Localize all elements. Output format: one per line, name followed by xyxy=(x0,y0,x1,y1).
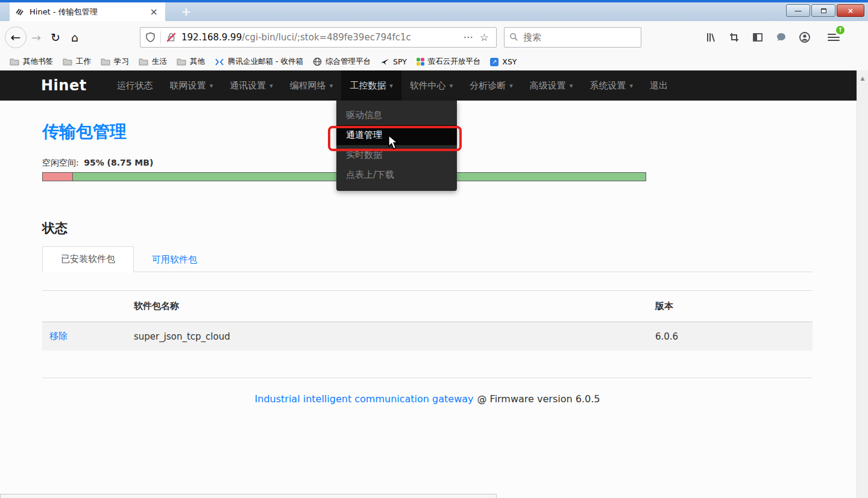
reload-button[interactable]: ↻ xyxy=(46,28,65,47)
package-name-cell: super_json_tcp_cloud xyxy=(127,322,648,351)
nav-item-programming-network[interactable]: 编程网络▾ xyxy=(281,70,342,101)
screenshot-icon[interactable] xyxy=(725,28,743,46)
nav-item-software-center[interactable]: 软件中心▾ xyxy=(401,70,462,101)
tab-installed-packages[interactable]: 已安装软件包 xyxy=(42,246,134,272)
restore-button[interactable] xyxy=(811,4,835,17)
tab-title: Hinet - 传输包管理 xyxy=(30,7,148,17)
bookmark-folder-misc[interactable]: 其他 xyxy=(173,55,209,69)
mouse-cursor xyxy=(388,135,401,151)
chevron-down-icon: ▾ xyxy=(450,82,453,90)
url-bar[interactable]: 192.168.9.99/cgi-bin/luci/;stok=489fe39e… xyxy=(140,27,497,48)
nav-item-network-settings[interactable]: 联网设置▾ xyxy=(162,70,222,101)
bookmark-folder-life[interactable]: 生活 xyxy=(135,55,171,69)
site-favicon xyxy=(15,7,25,17)
sidebar-icon[interactable] xyxy=(749,28,767,46)
chevron-down-icon: ▾ xyxy=(389,82,393,90)
folder-icon xyxy=(139,58,148,66)
page-footer: Industrial intelligent communication gat… xyxy=(42,393,813,405)
chevron-down-icon: ▾ xyxy=(330,82,333,90)
search-icon xyxy=(509,33,518,42)
scroll-up-icon[interactable]: ▲ xyxy=(857,75,868,81)
bookmark-folder-other-bookmarks[interactable]: 其他书签 xyxy=(6,55,57,69)
chat-bubble-icon[interactable] xyxy=(772,28,790,46)
chevron-down-icon: ▾ xyxy=(269,82,273,90)
gateway-footer-link[interactable]: Industrial intelligent communication gat… xyxy=(255,393,474,405)
forward-button[interactable]: → xyxy=(27,28,46,47)
color-dots-icon xyxy=(417,58,424,66)
tab-available-packages[interactable]: 可用软件包 xyxy=(134,247,215,272)
bookmark-management-platform[interactable]: 综合管理平台 xyxy=(309,55,374,69)
home-button[interactable]: ⌂ xyxy=(65,28,84,47)
bookmark-folder-study[interactable]: 学习 xyxy=(97,55,133,69)
footer-divider xyxy=(42,378,813,378)
url-path: /cgi-bin/luci/;stok=489fe39ec794fc1c xyxy=(242,32,411,43)
column-action xyxy=(42,291,127,322)
window-controls: — × xyxy=(786,4,864,17)
bookmark-spy[interactable]: SPY xyxy=(377,55,410,68)
minimize-button[interactable]: — xyxy=(786,4,810,17)
globe-icon xyxy=(313,57,322,66)
table-row: 移除 super_json_tcp_cloud 6.0.6 xyxy=(42,322,813,351)
firmware-version-text: @ Firmware version 6.0.5 xyxy=(477,393,600,405)
status-tooltip xyxy=(0,494,497,498)
search-bar[interactable] xyxy=(504,27,641,48)
bookmark-star-icon[interactable]: ☆ xyxy=(477,31,491,43)
nav-item-running-status[interactable]: 运行状态 xyxy=(108,70,162,101)
bookmark-ezviz-platform[interactable]: 萤石云开放平台 xyxy=(413,55,485,69)
search-input[interactable] xyxy=(523,32,626,43)
remove-package-link[interactable]: 移除 xyxy=(49,331,68,341)
url-text[interactable]: 192.168.9.99/cgi-bin/luci/;stok=489fe39e… xyxy=(181,32,460,43)
toolbar-icons xyxy=(702,28,814,46)
url-domain: 192.168.9.99 xyxy=(181,32,242,43)
dart-icon xyxy=(380,58,389,66)
chevron-down-icon: ▾ xyxy=(509,82,513,90)
urlbar-divider xyxy=(160,31,161,43)
update-badge-icon: ↑ xyxy=(836,26,844,34)
insecure-lock-icon[interactable] xyxy=(166,32,177,43)
package-tabs: 已安装软件包 可用软件包 xyxy=(42,246,813,272)
status-heading: 状态 xyxy=(42,220,813,237)
close-button[interactable]: × xyxy=(837,4,864,17)
table-header-row: 软件包名称 版本 xyxy=(42,291,813,322)
folder-icon xyxy=(63,58,72,66)
arrow-square-icon: ↗ xyxy=(490,58,498,66)
mail-icon xyxy=(215,58,224,66)
scrollbar[interactable]: ▲ xyxy=(857,70,868,498)
folder-icon xyxy=(101,58,110,66)
nav-item-advanced-settings[interactable]: 高级设置▾ xyxy=(521,70,582,101)
chevron-down-icon: ▾ xyxy=(570,82,573,90)
site-logo: Hinet xyxy=(41,77,87,94)
nav-item-industrial-data[interactable]: 工控数据▾ xyxy=(341,70,401,101)
shield-icon[interactable] xyxy=(145,32,156,43)
progress-used xyxy=(43,173,73,181)
bookmarks-bar: 其他书签 工作 学习 生活 其他 腾讯企业邮箱 - 收件箱 综合管理平台 SPY… xyxy=(0,53,868,70)
page-actions-icon[interactable]: ⋯ xyxy=(460,31,477,43)
folder-icon xyxy=(177,58,186,66)
column-package-name: 软件包名称 xyxy=(127,291,648,322)
account-icon[interactable] xyxy=(796,28,814,46)
free-space-label: 空闲空间: xyxy=(42,158,79,167)
nav-item-logout[interactable]: 退出 xyxy=(641,70,676,101)
package-table: 软件包名称 版本 移除 super_json_tcp_cloud 6.0.6 xyxy=(42,290,813,350)
new-tab-button[interactable]: + xyxy=(176,4,197,20)
bookmark-tencent-mail[interactable]: 腾讯企业邮箱 - 收件箱 xyxy=(211,55,307,69)
menu-button[interactable]: ↑ xyxy=(825,28,843,46)
nav-item-comm-settings[interactable]: 通讯设置▾ xyxy=(221,70,281,101)
nav-item-diagnostics[interactable]: 分析诊断▾ xyxy=(461,70,521,101)
titlebar: Hinet - 传输包管理 × + — × xyxy=(0,2,868,21)
tab-close-icon[interactable]: × xyxy=(148,6,160,17)
menu-item-point-table-updown[interactable]: 点表上/下载 xyxy=(336,165,457,185)
bookmark-folder-work[interactable]: 工作 xyxy=(59,55,95,69)
back-button[interactable]: ← xyxy=(5,26,27,48)
browser-toolbar: ← → ↻ ⌂ 192.168.9.99/cgi-bin/luci/;stok=… xyxy=(0,21,868,53)
nav-item-system-settings[interactable]: 系统设置▾ xyxy=(581,70,641,101)
free-space-value: 95% (8.75 MB) xyxy=(84,158,153,167)
folder-icon xyxy=(10,58,19,66)
browser-tab[interactable]: Hinet - 传输包管理 × xyxy=(10,2,165,21)
site-navbar: Hinet 运行状态 联网设置▾ 通讯设置▾ 编程网络▾ 工控数据▾ 软件中心▾… xyxy=(0,70,857,101)
package-version-cell: 6.0.6 xyxy=(648,322,813,351)
bookmark-xsy[interactable]: ↗ XSY xyxy=(486,55,520,68)
library-icon[interactable] xyxy=(702,28,720,46)
restore-icon xyxy=(821,8,826,13)
menu-item-driver-info[interactable]: 驱动信息 xyxy=(336,105,457,125)
